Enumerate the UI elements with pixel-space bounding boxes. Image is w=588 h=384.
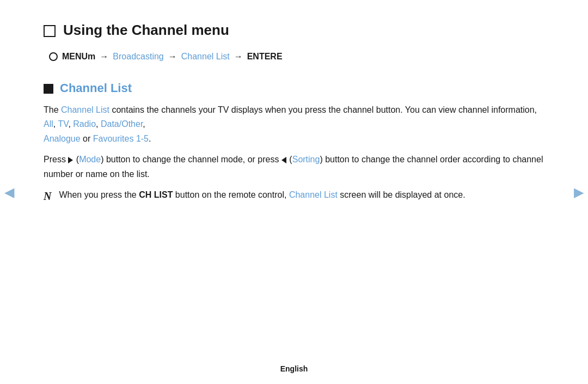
triangle-right-icon: [68, 157, 73, 163]
p1-mid1: contains the channels your TV displays w…: [109, 105, 537, 114]
p1-mid2: or: [81, 134, 93, 143]
channel-list-link-p1[interactable]: Channel List: [61, 105, 109, 114]
nav-arrow-left[interactable]: ◀: [4, 185, 14, 200]
note-prefix: When you press the: [59, 190, 139, 199]
favourites-link[interactable]: Favourites 1-5: [93, 134, 149, 143]
note-mid: button on the remote control,: [173, 190, 289, 199]
checkbox-icon: [44, 25, 56, 37]
p1-sep4: ,: [143, 119, 145, 129]
note-suffix: screen will be displayed at once.: [338, 190, 465, 199]
circle-icon: [49, 52, 58, 61]
paragraph1: The Channel List contains the channels y…: [44, 103, 544, 146]
nav-arrow-right[interactable]: ▶: [574, 185, 584, 200]
arrow1: →: [100, 52, 108, 62]
p1-sep3: ,: [96, 119, 101, 129]
channel-list-link-note[interactable]: Channel List: [289, 190, 338, 199]
radio-link[interactable]: Radio: [73, 119, 96, 129]
channel-list-section: Channel List The Channel List contains t…: [44, 81, 544, 204]
entere-label: ENTERE: [247, 52, 283, 62]
section-title: Using the Channel menu: [44, 22, 544, 39]
note-n-label: N: [44, 188, 51, 204]
arrow2: →: [168, 52, 177, 62]
menu-label: MENUm: [62, 52, 95, 61]
subsection-title: Channel List: [60, 81, 132, 95]
p1-sep2: ,: [68, 119, 73, 129]
broadcasting-link[interactable]: Broadcasting: [113, 52, 163, 62]
analogue-link[interactable]: Analogue: [44, 134, 81, 143]
subsection-title-row: Channel List: [44, 81, 544, 95]
menu-item-label: MENUm: [62, 52, 95, 62]
p1-suffix: .: [149, 134, 151, 143]
page-container: Using the Channel menu MENUm → Broadcast…: [0, 0, 588, 384]
triangle-left-icon: [281, 157, 286, 163]
note-row: N When you press the CH LIST button on t…: [44, 188, 544, 204]
note-text: When you press the CH LIST button on the…: [59, 188, 465, 202]
menu-path: MENUm → Broadcasting → Channel List → EN…: [49, 52, 544, 62]
tv-link[interactable]: TV: [58, 119, 68, 129]
mode-link[interactable]: Mode: [79, 155, 101, 164]
data-other-link[interactable]: Data/Other: [101, 119, 143, 129]
paragraph2: Press (Mode) button to change the channe…: [44, 153, 544, 181]
ch-list-bold: CH LIST: [139, 190, 173, 199]
arrow3: →: [234, 52, 243, 62]
black-square-icon: [44, 84, 53, 94]
footer-language: English: [0, 364, 588, 373]
p1-prefix: The: [44, 105, 61, 114]
all-link[interactable]: All: [44, 119, 53, 129]
page-title: Using the Channel menu: [63, 22, 229, 39]
channel-list-link-nav[interactable]: Channel List: [181, 52, 230, 62]
sorting-link[interactable]: Sorting: [292, 155, 320, 164]
